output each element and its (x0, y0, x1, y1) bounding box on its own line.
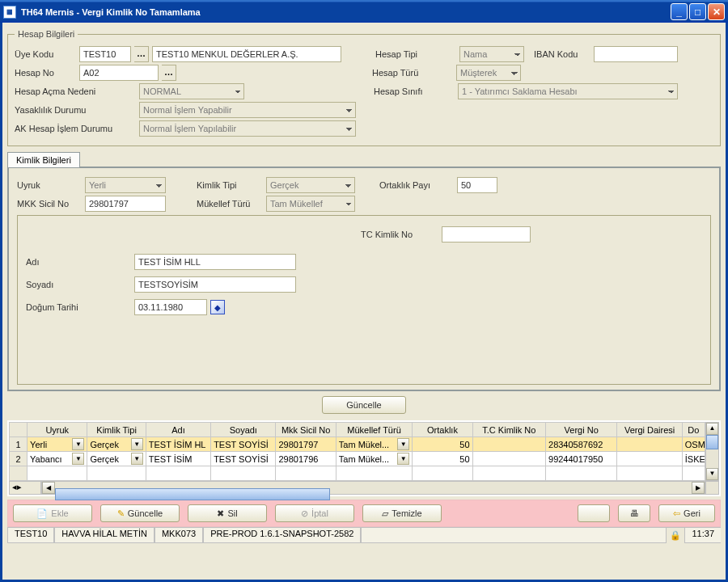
col-kimlik-tipi[interactable]: Kimlik Tipi (87, 423, 146, 437)
tc-kimlik-field[interactable] (442, 226, 531, 242)
guncelle-action-button[interactable]: ✎Güncelle (100, 504, 180, 522)
print-button[interactable]: 🖶 (618, 504, 650, 522)
mukellef-label: Mükellef Türü (197, 199, 263, 209)
ak-hesap-select[interactable]: Normal İşlem Yapılabilir (139, 120, 356, 137)
scroll-down-arrow[interactable]: ▼ (706, 468, 718, 480)
grid-corner: ◂▸ (9, 481, 41, 495)
uyruk-label: Uyruk (17, 180, 82, 190)
scroll-left-arrow[interactable]: ◀ (42, 482, 55, 494)
eraser-icon: ▱ (382, 508, 388, 519)
ortaklik-field[interactable] (457, 177, 497, 193)
ortaklik-label: Ortaklık Payı (379, 180, 454, 190)
yasaklilik-label: Yasaklılık Durumu (15, 105, 136, 115)
col-vergi[interactable]: Vergi No (546, 423, 617, 437)
dropdown-arrow-icon[interactable]: ▼ (72, 438, 84, 450)
soyadi-label: Soyadı (26, 280, 131, 289)
mkk-sicil-field[interactable] (85, 196, 166, 212)
hscroll-thumb[interactable] (55, 488, 330, 500)
uye-kodu-label: Üye Kodu (15, 49, 76, 59)
hesap-no-field[interactable] (79, 65, 159, 81)
col-tc[interactable]: T.C Kimlik No (472, 423, 545, 437)
status-user-name: HAVVA HİLAL METİN (54, 528, 154, 543)
table-row[interactable]: 2Yabancı▼Gerçek▼TEST İSİMTEST SOYİSİ2980… (10, 452, 705, 466)
dogum-field[interactable] (134, 299, 207, 315)
yasaklilik-select[interactable]: Normal İşlem Yapabilir (139, 102, 356, 118)
uyruk-select[interactable]: Yerli (85, 177, 166, 193)
table-row[interactable] (10, 466, 705, 481)
dropdown-arrow-icon[interactable]: ▼ (131, 453, 143, 465)
tab-kimlik-bilgileri[interactable]: Kimlik Bilgileri (7, 152, 80, 167)
blank-button[interactable] (578, 504, 610, 522)
mukellef-select[interactable]: Tam Mükellef (266, 196, 355, 212)
dogum-label: Doğum Tarihi (26, 302, 131, 312)
calendar-icon[interactable]: ◆ (210, 300, 225, 314)
adi-field[interactable] (134, 254, 296, 270)
status-bar: TEST10 HAVVA HİLAL METİN MKK073 PRE-PROD… (7, 527, 721, 543)
hesap-tipi-label: Hesap Tipi (375, 49, 456, 59)
cancel-icon: ⊘ (301, 508, 308, 519)
maximize-button[interactable]: □ (689, 3, 706, 20)
mkk-sicil-label: MKK Sicil No (17, 199, 82, 209)
col-mukellef[interactable]: Mükellef Türü (336, 423, 412, 437)
hesap-turu-label: Hesap Türü (372, 68, 453, 78)
kimlik-tipi-label: Kimlik Tipi (197, 180, 263, 190)
geri-button[interactable]: ⇦Geri (658, 504, 715, 522)
dropdown-arrow-icon[interactable]: ▼ (72, 453, 84, 465)
delete-icon: ✖ (217, 508, 224, 519)
hesap-sinif-select[interactable]: 1 - Yatırımcı Saklama Hesabı (458, 83, 678, 99)
lock-icon: 🔒 (670, 530, 681, 541)
adi-label: Adı (26, 257, 131, 267)
dropdown-arrow-icon[interactable]: ▼ (397, 438, 409, 450)
acma-nedeni-label: Hesap Açma Nedeni (15, 86, 136, 96)
col-mkk[interactable]: Mkk Sicil No (276, 423, 336, 437)
status-terminal: MKK073 (154, 528, 203, 543)
hesap-turu-select[interactable]: Müşterek (456, 65, 521, 81)
minimize-button[interactable]: _ (671, 3, 688, 20)
horizontal-scrollbar[interactable]: ◀ ▶ (41, 481, 705, 495)
refresh-icon: ✎ (117, 508, 125, 519)
hesap-no-lookup-button[interactable]: … (162, 65, 176, 81)
vertical-scrollbar[interactable]: ▲ ▼ (705, 422, 719, 481)
hesap-sinif-label: Hesap Sınıfı (374, 86, 455, 96)
hesap-bilgileri-group: Hesap Bilgileri Üye Kodu … Hesap Tipi Na… (7, 29, 721, 146)
tab-bar: Kimlik Bilgileri (7, 151, 721, 168)
acma-nedeni-select[interactable]: NORMAL (139, 83, 244, 99)
col-soyadi[interactable]: Soyadı (211, 423, 276, 437)
iban-field[interactable] (594, 46, 678, 62)
uye-kodu-lookup-button[interactable]: … (134, 46, 149, 62)
sil-button[interactable]: ✖Sil (188, 504, 267, 522)
hesap-tipi-select[interactable]: Nama (459, 46, 524, 62)
col-daire[interactable]: Vergi Dairesi (617, 423, 682, 437)
ekle-button[interactable]: 📄Ekle (13, 504, 92, 522)
col-do[interactable]: Do (682, 423, 705, 437)
data-grid[interactable]: Uyruk Kimlik Tipi Adı Soyadı Mkk Sicil N… (9, 422, 705, 481)
col-uyruk[interactable]: Uyruk (28, 423, 87, 437)
soyadi-field[interactable] (134, 276, 296, 293)
scroll-corner (705, 481, 719, 495)
window-title: TH64 Mernis - Vergi Kimlik No Tamamlama (21, 7, 671, 17)
dropdown-arrow-icon[interactable]: ▼ (397, 453, 409, 465)
titlebar: ▦ TH64 Mernis - Vergi Kimlik No Tamamlam… (0, 0, 728, 23)
close-button[interactable]: ✕ (708, 3, 725, 20)
status-version: PRE-PROD 1.6.1-SNAPSHOT-2582 (203, 528, 361, 543)
col-rownum[interactable] (10, 423, 28, 437)
table-row[interactable]: 1Yerli▼Gerçek▼TEST İSİM HLTEST SOYİSİ298… (10, 437, 705, 452)
temizle-button[interactable]: ▱Temizle (362, 504, 442, 522)
iptal-button[interactable]: ⊘İptal (275, 504, 354, 522)
col-adi[interactable]: Adı (146, 423, 210, 437)
add-icon: 📄 (36, 508, 48, 519)
col-ortaklik[interactable]: Ortaklık (413, 423, 472, 437)
scroll-right-arrow[interactable]: ▶ (692, 482, 705, 494)
scroll-up-arrow[interactable]: ▲ (706, 423, 718, 435)
hesap-legend: Hesap Bilgileri (15, 29, 78, 39)
iban-label: IBAN Kodu (534, 49, 590, 59)
ak-hesap-label: AK Hesap İşlem Durumu (15, 124, 136, 133)
kimlik-tipi-select[interactable]: Gerçek (266, 177, 355, 193)
kimlik-panel: Uyruk Yerli Kimlik Tipi Gerçek Ortaklık … (7, 168, 721, 391)
dropdown-arrow-icon[interactable]: ▼ (131, 438, 143, 450)
uye-kodu-field[interactable] (79, 46, 131, 62)
printer-icon: 🖶 (630, 508, 639, 518)
guncelle-button[interactable]: Güncelle (322, 396, 406, 414)
action-bar: 📄Ekle ✎Güncelle ✖Sil ⊘İptal ▱Temizle 🖶 ⇦… (7, 500, 721, 527)
scroll-thumb[interactable] (706, 435, 718, 449)
